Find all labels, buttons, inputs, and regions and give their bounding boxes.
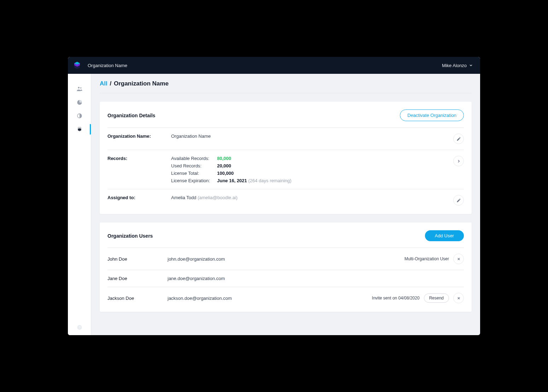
edit-org-name-button[interactable] — [453, 133, 464, 144]
user-row: Jane Doejane.doe@organization.com — [107, 270, 464, 287]
shield-role-icon — [76, 126, 83, 132]
app-logo-icon — [73, 61, 81, 70]
add-user-button[interactable]: Add User — [425, 230, 464, 241]
sidebar: ? — [68, 74, 91, 335]
svg-text:?: ? — [78, 326, 80, 329]
pencil-icon — [456, 198, 461, 203]
expiration-remaining: (264 days remaining) — [248, 178, 291, 183]
chevron-down-icon — [469, 63, 473, 67]
topbar-org-name: Organization Name — [88, 63, 127, 68]
sidebar-item-contrast[interactable] — [68, 109, 91, 123]
user-email: john.doe@organization.com — [168, 256, 404, 262]
records-detail-button[interactable] — [453, 156, 464, 166]
app-window: Organization Name Mike Alonzo ? — [68, 57, 480, 335]
used-records-value: 20,000 — [217, 163, 450, 168]
resend-invite-button[interactable]: Resend — [424, 293, 449, 303]
license-expiration-label: License Expiration: — [171, 178, 213, 183]
user-email: jackson.doe@organization.com — [168, 296, 372, 301]
user-name: John Doe — [107, 256, 168, 262]
license-expiration-value: June 16, 2021 (264 days remaining) — [217, 178, 450, 183]
chevron-right-icon — [456, 159, 461, 164]
user-row: John Doejohn.doe@organization.comMulti-O… — [107, 248, 464, 270]
assigned-email: (amelia@boodle.ai) — [198, 195, 238, 200]
breadcrumb: All / Organization Name — [100, 80, 472, 93]
assigned-label: Assigned to: — [107, 195, 171, 200]
assigned-value: Amelia Todd (amelia@boodle.ai) — [171, 195, 450, 200]
users-icon — [76, 86, 83, 92]
org-name-row: Organization Name: Organization Name — [107, 127, 464, 150]
pencil-icon — [456, 137, 461, 141]
user-meta: Invite sent on 04/08/2020Resend — [372, 293, 464, 303]
edit-assigned-button[interactable] — [453, 195, 464, 206]
user-menu-name: Mike Alonzo — [442, 63, 467, 68]
license-total-label: License Total: — [171, 171, 213, 176]
remove-user-button[interactable] — [453, 254, 464, 264]
shell: ? All / Organization Name Organization D… — [68, 74, 480, 335]
chart-icon — [77, 100, 82, 105]
user-row: Jackson Doejackson.doe@organization.comI… — [107, 287, 464, 309]
users-title: Organization Users — [107, 233, 153, 239]
available-records-value: 80,000 — [217, 156, 450, 161]
users-card-header: Organization Users Add User — [107, 222, 464, 248]
user-meta: Multi-Organization User — [404, 254, 464, 264]
org-name-value: Organization Name — [171, 133, 450, 139]
users-list: John Doejohn.doe@organization.comMulti-O… — [107, 248, 464, 309]
available-records-label: Available Records: — [171, 156, 213, 161]
user-meta-text: Multi-Organization User — [404, 256, 449, 261]
sidebar-item-users[interactable] — [68, 82, 91, 96]
organization-details-card: Organization Details Deactivate Organiza… — [100, 102, 472, 214]
svg-point-1 — [80, 87, 81, 88]
records-row: Records: Available Records: 80,000 Used … — [107, 150, 464, 189]
sidebar-help[interactable]: ? — [68, 325, 91, 330]
records-kv: Available Records: 80,000 Used Records: … — [171, 156, 450, 183]
user-name: Jane Doe — [107, 276, 168, 281]
records-label: Records: — [107, 156, 171, 161]
user-email: jane.doe@organization.com — [168, 276, 464, 281]
user-meta-text: Invite sent on 04/08/2020 — [372, 296, 420, 301]
details-title: Organization Details — [107, 113, 155, 118]
breadcrumb-current: Organization Name — [114, 80, 169, 87]
help-icon: ? — [77, 325, 82, 330]
breadcrumb-root[interactable]: All — [100, 80, 107, 87]
used-records-label: Used Records: — [171, 163, 213, 168]
org-name-label: Organization Name: — [107, 133, 171, 139]
close-icon — [457, 296, 461, 300]
user-name: Jackson Doe — [107, 296, 168, 301]
user-menu[interactable]: Mike Alonzo — [442, 63, 473, 68]
sidebar-item-chart[interactable] — [68, 96, 91, 109]
remove-user-button[interactable] — [453, 293, 464, 303]
close-icon — [457, 257, 461, 261]
main-content: All / Organization Name Organization Det… — [91, 74, 480, 335]
assigned-row: Assigned to: Amelia Todd (amelia@boodle.… — [107, 189, 464, 211]
sidebar-item-organizations[interactable] — [68, 123, 91, 136]
contrast-icon — [77, 113, 82, 119]
license-total-value: 100,000 — [217, 171, 450, 176]
svg-point-0 — [78, 87, 80, 89]
breadcrumb-sep: / — [110, 80, 111, 87]
organization-users-card: Organization Users Add User John Doejohn… — [100, 222, 472, 312]
deactivate-organization-button[interactable]: Deactivate Organization — [400, 109, 464, 121]
topbar-left: Organization Name — [73, 61, 127, 70]
topbar: Organization Name Mike Alonzo — [68, 57, 480, 74]
card-header: Organization Details Deactivate Organiza… — [107, 102, 464, 127]
